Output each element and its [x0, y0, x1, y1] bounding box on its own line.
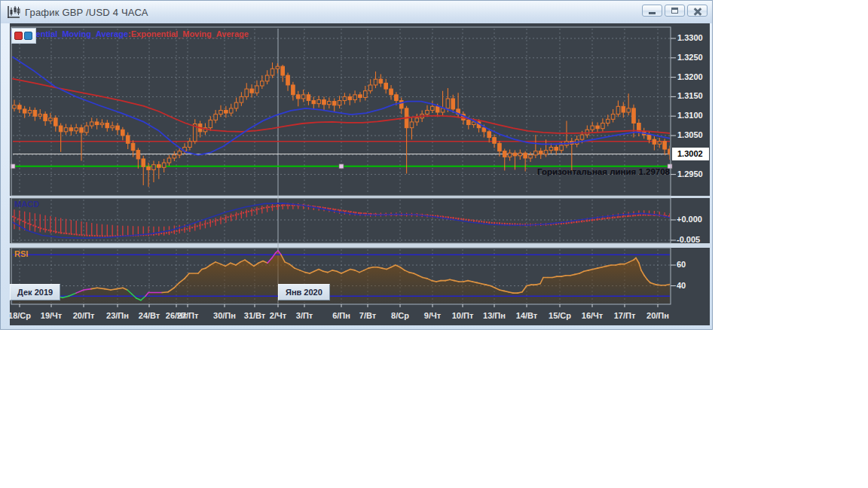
candle [90, 122, 93, 126]
candle [18, 105, 22, 109]
candle [121, 130, 125, 136]
candle [549, 147, 553, 150]
candle [508, 153, 512, 157]
candle [292, 85, 295, 95]
candle [482, 128, 486, 132]
time-axis-label: 23/Пн [106, 311, 129, 320]
time-axis-label: 13/Пн [483, 311, 506, 320]
time-axis-label: 20/Пн [646, 311, 669, 320]
candle [261, 81, 264, 86]
candle [384, 83, 388, 89]
candle [105, 123, 109, 127]
price-axis-label: 1.3100 [677, 111, 703, 120]
legend-swatch-box[interactable] [11, 28, 36, 44]
candle [616, 106, 620, 114]
candle [513, 153, 517, 156]
candle [580, 135, 584, 139]
chart-canvas[interactable] [1, 1, 714, 331]
candle [54, 118, 58, 126]
candle [395, 95, 399, 101]
candle [209, 120, 212, 127]
candle [338, 101, 341, 105]
blue-swatch-icon [24, 32, 32, 40]
candle [270, 69, 274, 75]
candle [250, 89, 254, 93]
candle [539, 151, 542, 154]
line-handle[interactable] [339, 164, 344, 169]
candle [410, 122, 414, 128]
candle [75, 128, 78, 131]
time-axis-label: 9/Чт [424, 311, 441, 320]
candle [503, 151, 506, 157]
candle [415, 118, 419, 122]
period-label: Янв 2020 [278, 284, 330, 300]
candle [44, 114, 47, 121]
candle [653, 139, 656, 144]
candle [28, 110, 32, 113]
time-axis-label: 14/Вт [516, 311, 537, 320]
rsi-axis-label: 40 [677, 281, 686, 290]
period-label: Дек 2019 [10, 284, 60, 300]
candle [64, 128, 68, 132]
candle [286, 75, 290, 85]
time-axis-label: 10/Пт [452, 311, 474, 320]
candle [348, 96, 352, 99]
candle [301, 95, 305, 99]
time-axis-label: 15/Ср [549, 311, 571, 320]
candle [322, 100, 326, 105]
candle [225, 110, 228, 113]
candle [38, 114, 42, 117]
candle [80, 128, 84, 133]
red-swatch-icon [14, 32, 23, 40]
time-axis-label: 16/Чт [582, 311, 603, 320]
rsi-panel[interactable] [13, 251, 670, 303]
candle [487, 132, 491, 138]
time-axis-label: 27/Пт [177, 311, 199, 320]
candle [472, 122, 475, 125]
candle [596, 126, 600, 129]
candle [234, 102, 238, 108]
candle [451, 99, 455, 109]
candle [142, 159, 145, 166]
candle [85, 126, 89, 133]
candle [188, 142, 192, 148]
candle [663, 142, 667, 149]
candle [544, 151, 548, 154]
candle [69, 128, 73, 131]
candle [622, 106, 625, 112]
candle [399, 101, 403, 108]
macd-axis-label: -0.005 [677, 235, 700, 244]
price-axis-label: 1.3050 [677, 130, 703, 139]
macd-panel[interactable] [12, 203, 670, 238]
candle [632, 108, 636, 124]
candle [560, 145, 564, 151]
indicator-legend: Exponential_Moving_Average:Exponential_M… [11, 29, 249, 44]
candle [627, 108, 631, 112]
horizontal-line-tooltip: Горизонтальная линия 1.29708 [453, 167, 670, 176]
candle [379, 79, 383, 83]
candle [219, 110, 223, 114]
candle [555, 147, 558, 150]
candle [276, 66, 280, 69]
price-axis-label: 1.3300 [677, 33, 703, 42]
candle [498, 143, 502, 151]
candle [126, 136, 130, 143]
price-axis-label: 1.3150 [677, 91, 703, 100]
candle [307, 95, 310, 101]
candle [446, 99, 450, 108]
current-price-badge: 1.3002 [672, 148, 709, 160]
candle [328, 102, 332, 105]
candle [317, 100, 321, 104]
candle [33, 110, 37, 116]
candle [374, 79, 377, 85]
candle [95, 122, 99, 125]
rsi-panel-label: RSI [14, 249, 28, 258]
candle [100, 123, 104, 124]
legend-ema-red-label: Exponential_Moving_Average [131, 29, 249, 38]
candle [245, 89, 249, 96]
candle [364, 91, 368, 98]
candle [162, 163, 166, 167]
candle [529, 155, 533, 158]
candle [167, 158, 171, 163]
candle [147, 166, 151, 169]
